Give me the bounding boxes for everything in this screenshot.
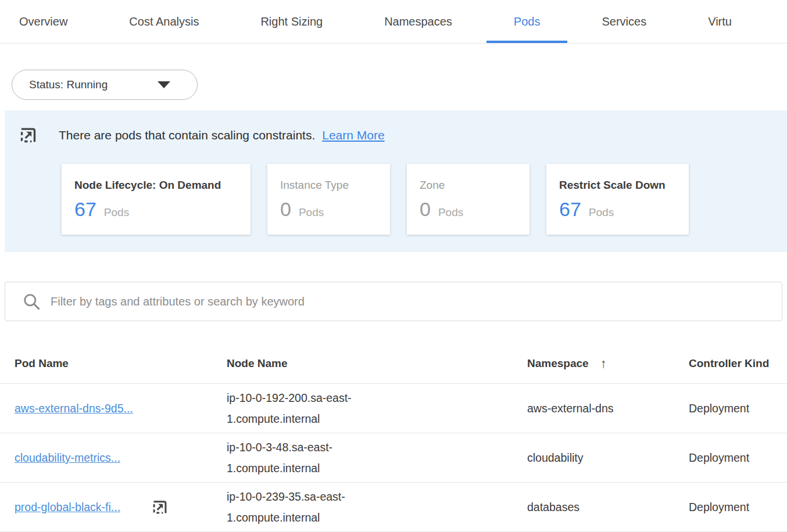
card-value: 67 <box>74 198 96 221</box>
namespace-cell: databases <box>527 497 616 517</box>
node-name-cell: ip-10-0-239-35.sa-east-1.compute.interna… <box>227 486 385 528</box>
card-unit: Pods <box>104 206 129 219</box>
controller-kind-cell: Deployment <box>689 402 787 415</box>
column-header-label: Namespace <box>527 357 589 370</box>
table-row: cloudability-metrics... ip-10-0-3-48.sa-… <box>0 433 787 483</box>
card-instance-type[interactable]: Instance Type 0 Pods <box>267 164 390 235</box>
card-unit: Pods <box>589 206 614 219</box>
table-row: prod-global-black-fi... ip-10-0-239-35.s… <box>0 483 787 532</box>
card-unit: Pods <box>438 206 463 219</box>
column-header-controller-kind[interactable]: Controller Kind <box>689 357 787 370</box>
card-node-lifecycle[interactable]: Node Lifecycle: On Demand 67 Pods <box>62 164 251 235</box>
card-title: Node Lifecycle: On Demand <box>74 179 251 192</box>
chevron-down-icon <box>158 81 170 88</box>
table-header-row: Pod Name Node Name Namespace ↑ Controlle… <box>0 321 787 384</box>
tab-cost-analysis[interactable]: Cost Analysis <box>129 0 199 43</box>
pod-name-link[interactable]: aws-external-dns-9d5... <box>15 402 133 415</box>
card-title: Instance Type <box>280 179 390 192</box>
tab-pods[interactable]: Pods <box>514 0 541 43</box>
tab-namespaces[interactable]: Namespaces <box>384 0 452 43</box>
namespace-cell: cloudability <box>527 447 616 468</box>
status-filter-label: Status: Running <box>29 78 108 91</box>
pods-table: Pod Name Node Name Namespace ↑ Controlle… <box>0 321 787 532</box>
card-title: Restrict Scale Down <box>559 179 689 192</box>
card-value: 67 <box>559 198 581 221</box>
controller-kind-cell: Deployment <box>689 451 787 465</box>
scaling-constraints-banner: There are pods that contain scaling cons… <box>5 110 787 252</box>
learn-more-link[interactable]: Learn More <box>322 128 384 142</box>
card-zone[interactable]: Zone 0 Pods <box>407 164 530 235</box>
search-icon <box>23 293 41 311</box>
node-name-cell: ip-10-0-192-200.sa-east-1.compute.intern… <box>227 387 385 429</box>
filter-search-bar <box>5 282 782 321</box>
node-name-cell: ip-10-0-3-48.sa-east-1.compute.internal <box>227 437 385 479</box>
status-filter-dropdown[interactable]: Status: Running <box>12 70 198 100</box>
card-restrict-scale-down[interactable]: Restrict Scale Down 67 Pods <box>546 164 689 235</box>
column-header-node-name[interactable]: Node Name <box>227 357 527 370</box>
tab-virtual[interactable]: Virtu <box>708 0 732 43</box>
search-input[interactable] <box>51 295 770 308</box>
card-value: 0 <box>420 198 431 221</box>
tab-services[interactable]: Services <box>602 0 646 43</box>
column-header-namespace[interactable]: Namespace ↑ <box>527 357 689 370</box>
tab-right-sizing[interactable]: Right Sizing <box>260 0 323 43</box>
scale-constraint-icon <box>152 499 168 515</box>
banner-message: There are pods that contain scaling cons… <box>59 128 315 142</box>
card-title: Zone <box>420 179 530 192</box>
column-header-pod-name[interactable]: Pod Name <box>15 357 227 370</box>
constraint-cards: Node Lifecycle: On Demand 67 Pods Instan… <box>62 164 787 235</box>
scale-constraint-icon <box>19 126 37 144</box>
sort-ascending-icon: ↑ <box>600 357 607 370</box>
pod-name-link[interactable]: prod-global-black-fi... <box>15 501 120 514</box>
tab-overview[interactable]: Overview <box>19 0 67 43</box>
pod-name-link[interactable]: cloudability-metrics... <box>15 451 120 465</box>
controller-kind-cell: Deployment <box>689 501 787 514</box>
card-unit: Pods <box>299 206 324 219</box>
namespace-cell: aws-external-dns <box>527 398 616 419</box>
table-row: aws-external-dns-9d5... ip-10-0-192-200.… <box>0 384 787 433</box>
card-value: 0 <box>280 198 291 221</box>
tab-bar: Overview Cost Analysis Right Sizing Name… <box>0 0 787 44</box>
